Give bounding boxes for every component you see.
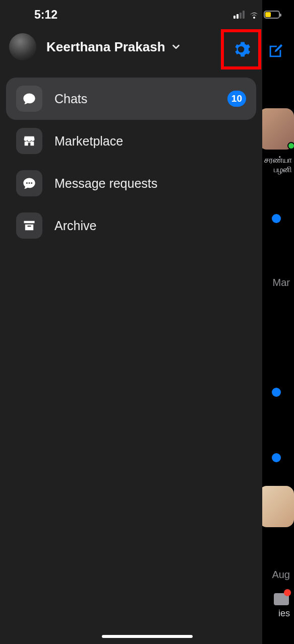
home-indicator: [102, 635, 193, 638]
drawer-menu: Chats 10 Marketplace Message requests: [6, 78, 256, 247]
wifi-icon: [249, 11, 260, 19]
cellular-signal-icon: [233, 11, 245, 19]
notification-dot-icon: [284, 589, 291, 596]
navigation-drawer: Keerthana Prakash Chats 10 Marketplace: [0, 0, 262, 644]
status-time: 5:12: [34, 8, 57, 22]
settings-button[interactable]: [231, 40, 251, 59]
svg-point-0: [26, 182, 28, 184]
online-indicator-icon: [287, 142, 294, 150]
menu-item-marketplace[interactable]: Marketplace: [6, 120, 256, 162]
compose-button[interactable]: [267, 43, 284, 60]
story-name: சரண்யாபழனி: [264, 155, 292, 174]
account-switcher[interactable]: Keerthana Prakash: [46, 39, 182, 55]
chevron-down-icon: [170, 41, 182, 52]
status-bar: 5:12: [0, 0, 294, 29]
unread-dot-icon: [272, 453, 281, 462]
chats-icon: [16, 86, 42, 112]
message-requests-icon: [16, 170, 42, 196]
marketplace-icon: [16, 128, 42, 154]
menu-label: Chats: [54, 92, 87, 106]
unread-dot-icon: [272, 214, 281, 223]
settings-highlight: [221, 29, 261, 69]
gear-icon: [231, 40, 251, 59]
svg-point-2: [31, 182, 32, 184]
menu-label: Message requests: [54, 176, 157, 191]
story-avatar[interactable]: [259, 486, 294, 527]
avatar[interactable]: [9, 33, 36, 60]
unread-count-badge: 10: [227, 91, 246, 107]
username-label: Keerthana Prakash: [46, 39, 165, 55]
date-fragment: Mar: [273, 277, 290, 289]
menu-item-chats[interactable]: Chats 10: [6, 78, 256, 120]
archive-icon: [16, 212, 42, 239]
menu-label: Archive: [54, 219, 96, 233]
battery-icon: [264, 11, 280, 19]
svg-point-1: [28, 182, 30, 184]
compose-icon: [267, 43, 284, 60]
menu-item-message-requests[interactable]: Message requests: [6, 162, 256, 204]
tab-label-fragment: ies: [278, 608, 290, 619]
date-fragment: Aug: [272, 569, 290, 581]
underlying-chat-list: சரண்யாபழனி Mar Aug ies: [258, 0, 294, 644]
unread-dot-icon: [272, 388, 281, 397]
menu-item-archive[interactable]: Archive: [6, 204, 256, 247]
menu-label: Marketplace: [54, 134, 123, 149]
